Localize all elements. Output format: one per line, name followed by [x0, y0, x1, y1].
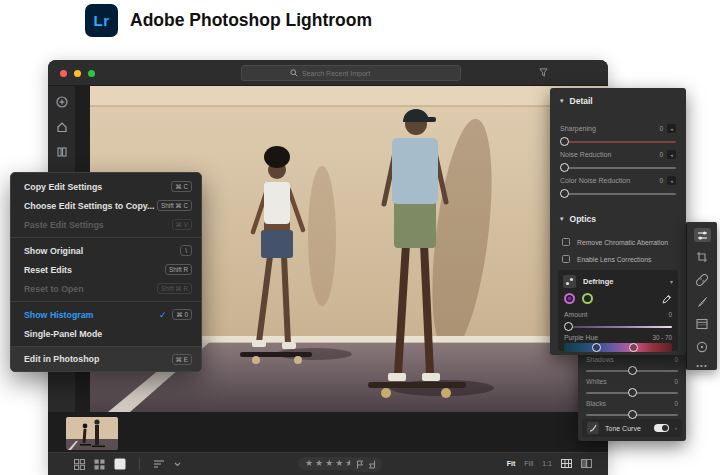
light-panel: Shadows 0 Whites 0 Blacks 0 Tone Curve [578, 350, 686, 441]
zoom-fill-button[interactable]: Fill [524, 460, 533, 467]
green-fringe-swatch[interactable] [582, 293, 593, 304]
menu-item-show-original[interactable]: Show Original \ [11, 241, 201, 260]
purple-hue-label-row: Purple Hue 30 - 70 [564, 334, 672, 341]
filter-icon[interactable] [539, 68, 548, 77]
remove-chromatic-aberration-checkbox[interactable]: Remove Chromatic Aberration [562, 238, 668, 246]
close-window-button[interactable] [60, 70, 67, 77]
sharpening-slider[interactable]: Sharpening 0 ◂ [560, 124, 676, 143]
shortcut-badge: ⌘ C [171, 181, 192, 192]
color-noise-reduction-value: 0 [659, 177, 663, 184]
checkbox-icon[interactable] [562, 255, 570, 263]
shortcut-badge: Shift ⌘ C [157, 200, 192, 211]
shadows-slider[interactable]: Shadows 0 [586, 356, 678, 372]
brush-icon[interactable] [694, 295, 711, 309]
bottom-toolbar: ★ ★ ★ ★ ★ Fit Fill 1:1 [48, 452, 608, 475]
star-icon[interactable]: ★ [315, 459, 323, 468]
crop-rotate-icon[interactable] [694, 250, 711, 264]
checkbox-icon[interactable] [562, 238, 570, 246]
menu-item-reset-to-open: Reset to Open Shift ⌘ R [11, 279, 201, 298]
sharpening-value: 0 [659, 125, 663, 132]
my-photos-icon[interactable] [55, 145, 68, 158]
linear-gradient-icon[interactable] [694, 317, 711, 331]
before-after-split-icon[interactable] [581, 459, 592, 468]
star-icon[interactable]: ★ [335, 459, 343, 468]
blacks-slider[interactable]: Blacks 0 [586, 400, 678, 416]
noise-reduction-value: 0 [659, 151, 663, 158]
traffic-lights [60, 70, 95, 77]
add-photos-icon[interactable] [55, 95, 68, 108]
pick-flag-icon[interactable] [356, 460, 364, 469]
chevron-right-icon[interactable]: › [675, 425, 677, 431]
enable-lens-corrections-checkbox[interactable]: Enable Lens Corrections [562, 255, 651, 263]
menu-item-single-panel-mode[interactable]: Single-Panel Mode [11, 324, 201, 343]
flag-controls[interactable] [350, 457, 382, 472]
search-box[interactable] [241, 65, 461, 81]
slider-disclosure-icon[interactable]: ◂ [667, 176, 676, 185]
titlebar [48, 60, 608, 86]
menu-item-edit-in-photoshop[interactable]: Edit in Photoshop ⌘ E [11, 347, 201, 371]
zoom-1-1-button[interactable]: 1:1 [542, 460, 552, 467]
purple-hue-value: 30 - 70 [652, 334, 672, 341]
defringe-icon [563, 275, 576, 288]
slider-knob[interactable] [628, 410, 637, 419]
photo-grid-view-icon[interactable] [74, 459, 85, 470]
grid-overlay-icon[interactable] [561, 459, 572, 468]
context-menu: Copy Edit Settings ⌘ C Choose Edit Setti… [10, 172, 202, 372]
minimize-window-button[interactable] [74, 70, 81, 77]
star-icon[interactable]: ★ [325, 459, 333, 468]
shadows-value: 0 [674, 356, 678, 363]
chevron-down-icon: ▾ [560, 215, 564, 223]
brand-header: Lr Adobe Photoshop Lightroom [85, 4, 372, 37]
sort-icon[interactable] [153, 459, 165, 469]
zoom-fit-button[interactable]: Fit [507, 460, 516, 467]
color-noise-reduction-slider[interactable]: Color Noise Reduction 0 ◂ [560, 176, 676, 195]
shortcut-badge: ⌘ E [172, 354, 192, 365]
square-grid-view-icon[interactable] [94, 459, 105, 470]
detail-section-header[interactable]: ▾ Detail [550, 96, 603, 106]
tone-curve-toggle[interactable] [654, 424, 669, 432]
hue-knob-high[interactable] [629, 343, 638, 352]
defringe-header[interactable]: Defringe ▾ [563, 275, 673, 288]
whites-slider[interactable]: Whites 0 [586, 378, 678, 394]
star-icon[interactable]: ★ [305, 459, 313, 468]
reject-flag-icon[interactable] [368, 460, 376, 469]
slider-knob[interactable] [564, 322, 573, 331]
purple-hue-slider[interactable] [564, 343, 672, 352]
hue-knob-low[interactable] [592, 343, 601, 352]
defringe-panel: Defringe ▾ Amount 0 Purple Hue 30 - 70 [558, 270, 678, 351]
healing-brush-icon[interactable] [694, 273, 711, 287]
slider-knob[interactable] [628, 366, 637, 375]
eyedropper-icon[interactable] [662, 294, 672, 304]
amount-value: 0 [668, 311, 672, 318]
tone-curve-icon [587, 422, 599, 434]
search-input[interactable] [302, 70, 412, 77]
optics-section-header[interactable]: ▾ Optics [550, 214, 606, 224]
menu-item-copy-edit-settings[interactable]: Copy Edit Settings ⌘ C [11, 177, 201, 196]
defringe-swatches [564, 293, 672, 304]
edit-tool-rail: ••• [686, 222, 717, 370]
edit-sliders-icon[interactable] [694, 228, 711, 242]
menu-divider [11, 301, 201, 302]
slider-disclosure-icon[interactable]: ◂ [667, 150, 676, 159]
chevron-down-icon[interactable]: ▾ [670, 278, 673, 285]
purple-fringe-swatch[interactable] [564, 293, 575, 304]
tone-curve-row[interactable]: Tone Curve › [582, 419, 682, 437]
menu-item-show-histogram[interactable]: Show Histogram ✓ ⌘ 0 [11, 305, 201, 324]
noise-reduction-slider[interactable]: Noise Reduction 0 ◂ [560, 150, 676, 169]
slider-knob[interactable] [628, 388, 637, 397]
slider-knob[interactable] [560, 163, 569, 172]
menu-item-reset-edits[interactable]: Reset Edits Shift R [11, 260, 201, 279]
amount-slider[interactable] [564, 326, 672, 328]
slider-knob[interactable] [560, 189, 569, 198]
maximize-window-button[interactable] [88, 70, 95, 77]
chevron-down-icon[interactable] [174, 462, 181, 467]
slider-knob[interactable] [560, 137, 569, 146]
more-tools-icon[interactable]: ••• [696, 362, 707, 370]
menu-item-choose-edit-settings[interactable]: Choose Edit Settings to Copy... Shift ⌘ … [11, 196, 201, 215]
menu-item-paste-edit-settings: Paste Edit Settings ⌘ V [11, 215, 201, 234]
slider-disclosure-icon[interactable]: ◂ [667, 124, 676, 133]
detail-view-icon[interactable] [114, 458, 126, 470]
home-icon[interactable] [55, 120, 68, 133]
radial-gradient-icon[interactable] [694, 340, 711, 354]
filmstrip-thumbnail[interactable] [66, 417, 118, 450]
